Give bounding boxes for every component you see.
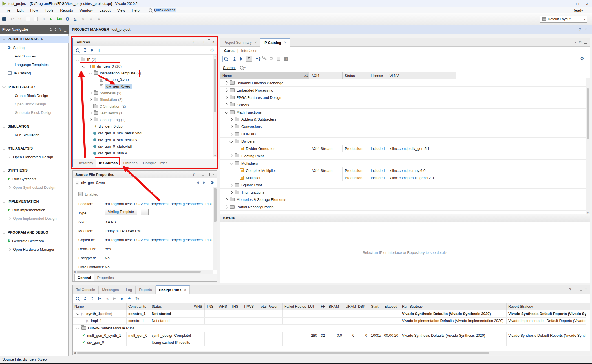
properties-panel-header[interactable]: Source File Properties ? _ □ × — [73, 171, 217, 178]
col-tns[interactable]: TNS — [204, 303, 217, 310]
tree-row-change-log[interactable]: Change Log(1) — [73, 116, 217, 123]
menu-view[interactable]: View — [114, 8, 129, 12]
menu-reports[interactable]: Reports — [57, 8, 76, 12]
sidebar-item-language-templates[interactable]: Language Templates — [0, 61, 69, 68]
license-key-icon[interactable] — [269, 57, 273, 61]
tab-ip-catalog[interactable]: IP Catalog× — [260, 38, 290, 47]
col-bram[interactable]: BRAM — [327, 303, 344, 310]
settings-gear-icon[interactable]: ⚙ — [210, 48, 214, 53]
col-whs[interactable]: WHS — [217, 303, 229, 310]
tab-general[interactable]: General — [74, 274, 94, 281]
search-icon[interactable] — [76, 297, 79, 300]
tree-row-sim-netlist-vhdl[interactable]: div_gen_0_sim_netlist.vhdl — [73, 130, 217, 137]
col-constraints[interactable]: Constraints — [126, 303, 150, 310]
float-icon[interactable] — [207, 41, 209, 43]
prev-step-icon[interactable]: « — [106, 296, 108, 301]
add-sources-icon[interactable]: + — [98, 47, 101, 53]
sidebar-item-open-synthesized-design[interactable]: Open Synthesized Design — [0, 184, 69, 191]
catalog-row-multiplier[interactable]: Multiplier ProductionIncludedxilinx.com:… — [220, 174, 586, 182]
generate-bitstream-icon[interactable]: ⇓01 — [56, 16, 63, 23]
close-tab-icon[interactable]: × — [284, 41, 286, 45]
tree-row-test-bench[interactable]: Test Bench(1) — [73, 110, 217, 117]
type-dropdown[interactable]: Verilog Template — [105, 209, 137, 215]
section-synthesis[interactable]: SYNTHESIS — [0, 167, 69, 174]
run-row-div-gen[interactable]: ✓div_gen_0 Using cached IP results — [73, 339, 586, 346]
sidebar-item-settings[interactable]: ⚙Settings — [0, 44, 69, 51]
maximize-icon[interactable]: □ — [202, 172, 204, 176]
menu-file[interactable]: File — [1, 8, 14, 12]
sidebar-item-ip-catalog[interactable]: IP Catalog — [0, 70, 69, 76]
column-vlnv[interactable]: VLNV — [387, 72, 456, 79]
col-uram[interactable]: URAM — [344, 303, 356, 310]
forward-icon[interactable]: ▶ — [203, 181, 206, 185]
maximize-icon[interactable]: □ — [580, 288, 582, 292]
enabled-checkbox[interactable]: ✓ — [78, 192, 83, 196]
tree-row-stub-v[interactable]: div_gen_0_stub.v — [73, 150, 217, 157]
sidebar-item-open-block-design[interactable]: Open Block Design — [0, 101, 69, 107]
tree-row-div-gen-0[interactable]: div_gen_0(16) — [73, 63, 217, 70]
filter-icon[interactable] — [246, 56, 252, 62]
tree-row-synthesis[interactable]: Synthesis(3) — [73, 90, 217, 96]
section-implementation[interactable]: IMPLEMENTATION — [0, 198, 69, 205]
cancel-1-icon[interactable]: × — [79, 16, 87, 23]
sources-scrollbar[interactable]: ∧∨ — [213, 55, 217, 157]
group-view-icon[interactable]: ▾ — [256, 57, 260, 61]
collapse-all-icon[interactable] — [84, 48, 86, 52]
menu-edit[interactable]: Edit — [14, 8, 27, 12]
col-tpws[interactable]: TPWS — [242, 303, 257, 310]
catalog-row[interactable]: Dividers — [220, 138, 586, 145]
column-license[interactable]: License — [368, 72, 387, 79]
window-minimize-button[interactable]: — — [563, 1, 573, 7]
menu-layout[interactable]: Layout — [96, 8, 114, 12]
run-icon[interactable]: ▾ — [48, 16, 55, 23]
tab-compile-order[interactable]: Compile Order — [140, 159, 170, 167]
tree-row-instantiation-template[interactable]: Instantiation Template(2) — [73, 70, 217, 76]
col-total-power[interactable]: Total Power — [257, 303, 282, 310]
col-status[interactable]: Status — [150, 303, 192, 310]
tree-row-div-gen-0-veo[interactable]: div_gen_0.veo — [73, 83, 217, 90]
sidebar-item-open-implemented-design[interactable]: Open Implemented Design — [0, 215, 69, 222]
selected-file[interactable]: div_gen_0.veo — [105, 84, 132, 89]
tree-row-div-gen-0-dcp[interactable]: ✦div_gen_0.dcp — [73, 123, 217, 130]
catalog-row[interactable]: Math Functions — [220, 109, 586, 116]
col-ths[interactable]: THS — [229, 303, 242, 310]
run-row-synth-1[interactable]: ▷synth_1 (active) constrs_1 Not started … — [73, 310, 586, 318]
run-row-mult-gen[interactable]: ✓mult_gen_0_synth_1 mult_gen_0 synth_des… — [73, 332, 586, 339]
catalog-row[interactable]: Trig Functions — [220, 189, 586, 196]
percentage-icon[interactable]: % — [135, 296, 139, 301]
cancel-3-icon[interactable]: × — [95, 16, 103, 23]
section-ip-integrator[interactable]: IP INTEGRATOR — [0, 84, 69, 90]
tab-log[interactable]: Log — [122, 286, 136, 294]
quick-access-field[interactable]: Quick Access — [149, 8, 185, 13]
properties-hscrollbar[interactable]: ◀ — [73, 270, 213, 274]
run-group-ooc[interactable]: Out-of-Context Module Runs — [73, 325, 586, 332]
close-icon[interactable]: × — [212, 40, 214, 44]
help-icon[interactable]: ? — [193, 172, 195, 176]
tab-reports[interactable]: Reports — [136, 286, 156, 294]
sidebar-item-generate-bitstream[interactable]: ⇓Generate Bitstream — [0, 238, 69, 244]
section-rtl-analysis[interactable]: RTL ANALYSIS — [0, 145, 69, 152]
design-runs-hscrollbar[interactable]: ◀ — [73, 351, 590, 355]
play-icon[interactable]: ▶ — [113, 296, 116, 300]
expand-all-icon[interactable] — [240, 57, 242, 61]
help-icon[interactable]: ? — [192, 40, 194, 44]
layout-selector[interactable]: Default Layout ▾ — [540, 16, 587, 23]
col-run-strategy[interactable]: Run Strategy — [400, 303, 506, 310]
menu-tools[interactable]: Tools — [41, 8, 57, 12]
settings-gear-icon[interactable]: ⚙ — [580, 56, 584, 61]
menu-help[interactable]: Help — [129, 8, 143, 12]
minimize-panel-icon[interactable]: _ — [64, 27, 66, 32]
col-elapsed[interactable]: Elapsed — [383, 303, 400, 310]
catalog-row[interactable]: CORDIC — [220, 130, 586, 138]
col-ff[interactable]: FF — [319, 303, 327, 310]
collapse-all-icon[interactable] — [50, 28, 52, 31]
first-run-icon[interactable]: ◀ — [98, 297, 101, 300]
close-icon[interactable]: × — [585, 288, 587, 292]
menu-flow[interactable]: Flow — [27, 8, 41, 12]
info-icon[interactable]: i — [284, 57, 288, 61]
tab-ip-sources[interactable]: IP Sources — [96, 159, 121, 167]
expand-all-icon[interactable] — [91, 297, 93, 300]
close-icon[interactable]: × — [213, 172, 215, 176]
tab-libraries[interactable]: Libraries — [121, 159, 140, 167]
sidebar-item-create-block-design[interactable]: Create Block Design — [0, 92, 69, 99]
